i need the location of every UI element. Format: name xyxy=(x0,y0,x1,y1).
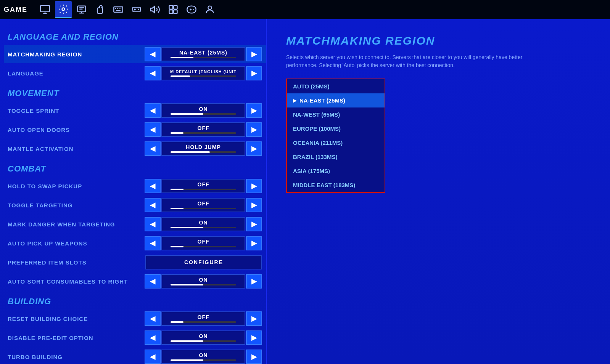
arrow-left-auto-open-doors[interactable]: ◀ xyxy=(145,122,161,137)
label-disable-pre-edit: DISABLE PRE-EDIT OPTION xyxy=(8,335,145,341)
nav-keyboard-icon[interactable] xyxy=(110,1,127,18)
region-item-brazil[interactable]: BRAZIL (133MS) xyxy=(287,150,385,164)
nav-window-icon[interactable] xyxy=(165,1,182,18)
settings-panel: LANGUAGE AND REGION MATCHMAKING REGION ◀… xyxy=(0,19,267,364)
section-movement: MOVEMENT TOGGLE SPRINT ◀ ON ▶ AUTO OPEN … xyxy=(4,83,266,158)
region-description: Selects which server you wish to connect… xyxy=(286,53,523,69)
setting-preferred-item-slots: PREFERRED ITEM SLOTS CONFIGURE xyxy=(4,253,266,271)
svg-point-22 xyxy=(193,9,194,10)
arrow-right-reset-building-choice[interactable]: ▶ xyxy=(246,311,262,326)
value-matchmaking-region: NA-EAST (25MS) xyxy=(161,47,245,61)
arrow-right-mantle-activation[interactable]: ▶ xyxy=(246,141,262,156)
value-language: M DEFAULT (ENGLISH (UNIT xyxy=(161,66,245,80)
region-item-middle-east[interactable]: MIDDLE EAST (183MS) xyxy=(287,178,385,192)
arrow-right-hold-to-swap-pickup[interactable]: ▶ xyxy=(246,179,262,193)
region-item-oceania-label: OCEANIA (211MS) xyxy=(293,140,343,146)
arrow-right-disable-pre-edit[interactable]: ▶ xyxy=(246,330,262,345)
region-item-asia-label: ASIA (175MS) xyxy=(293,168,330,174)
setting-reset-building-choice: RESET BUILDING CHOICE ◀ OFF ▶ xyxy=(4,309,266,328)
arrow-left-hold-to-swap-pickup[interactable]: ◀ xyxy=(145,179,161,193)
arrow-left-language[interactable]: ◀ xyxy=(145,66,161,80)
setting-mark-danger: MARK DANGER WHEN TARGETING ◀ ON ▶ xyxy=(4,215,266,233)
label-auto-pick-up-weapons: AUTO PICK UP WEAPONS xyxy=(8,240,145,247)
label-toggle-targeting: TOGGLE TARGETING xyxy=(8,202,145,208)
arrow-right-auto-sort-consumables[interactable]: ▶ xyxy=(246,274,262,289)
arrow-right-turbo-building[interactable]: ▶ xyxy=(246,350,262,364)
arrow-left-reset-building-choice[interactable]: ◀ xyxy=(145,311,161,326)
svg-rect-0 xyxy=(40,6,49,12)
nav-gamepad-alt-icon[interactable] xyxy=(128,1,145,18)
section-title-combat: COMBAT xyxy=(4,159,266,177)
label-preferred-item-slots: PREFERRED ITEM SLOTS xyxy=(8,259,145,266)
svg-point-23 xyxy=(208,6,211,10)
setting-toggle-targeting: TOGGLE TARGETING ◀ OFF ▶ xyxy=(4,196,266,214)
region-item-na-west-label: NA-WEST (65MS) xyxy=(293,111,340,118)
region-item-na-east[interactable]: ▶ NA-EAST (25MS) xyxy=(287,93,385,107)
value-disable-pre-edit: ON xyxy=(161,330,245,345)
region-title: MATCHMAKING REGION xyxy=(286,34,591,47)
section-language-region: LANGUAGE AND REGION MATCHMAKING REGION ◀… xyxy=(4,27,266,82)
arrow-left-turbo-building[interactable]: ◀ xyxy=(145,350,161,364)
arrow-right-toggle-targeting[interactable]: ▶ xyxy=(246,198,262,212)
label-mark-danger: MARK DANGER WHEN TARGETING xyxy=(8,221,145,228)
region-item-na-west[interactable]: NA-WEST (65MS) xyxy=(287,107,385,122)
nav-display-icon[interactable] xyxy=(73,1,90,18)
arrow-right-auto-pick-up-weapons[interactable]: ▶ xyxy=(246,236,262,250)
value-auto-open-doors: OFF xyxy=(161,122,245,137)
setting-toggle-sprint: TOGGLE SPRINT ◀ ON ▶ xyxy=(4,101,266,120)
section-title-building: BUILDING xyxy=(4,291,266,309)
arrow-right-mark-danger[interactable]: ▶ xyxy=(246,217,262,231)
value-turbo-building: ON xyxy=(161,350,245,364)
nav-gear-icon[interactable] xyxy=(55,1,72,18)
nav-gamepad-icon[interactable] xyxy=(183,1,200,18)
arrow-right-auto-open-doors[interactable]: ▶ xyxy=(246,122,262,137)
value-toggle-sprint: ON xyxy=(161,103,245,118)
label-turbo-building: TURBO BUILDING xyxy=(8,354,145,360)
arrow-left-disable-pre-edit[interactable]: ◀ xyxy=(145,330,161,345)
region-item-auto[interactable]: AUTO (25MS) xyxy=(287,79,385,93)
arrow-left-mantle-activation[interactable]: ◀ xyxy=(145,141,161,156)
main-content: LANGUAGE AND REGION MATCHMAKING REGION ◀… xyxy=(0,19,610,364)
region-item-asia[interactable]: ASIA (175MS) xyxy=(287,164,385,178)
arrow-left-mark-danger[interactable]: ◀ xyxy=(145,217,161,231)
arrow-left-matchmaking-region[interactable]: ◀ xyxy=(145,47,161,61)
label-hold-to-swap-pickup: HOLD TO SWAP PICKUP xyxy=(8,183,145,189)
arrow-left-auto-sort-consumables[interactable]: ◀ xyxy=(145,274,161,289)
label-auto-sort-consumables: AUTO SORT CONSUMABLES TO RIGHT xyxy=(8,278,145,285)
value-auto-pick-up-weapons: OFF xyxy=(161,236,245,250)
arrow-left-auto-pick-up-weapons[interactable]: ◀ xyxy=(145,236,161,250)
arrow-left-toggle-targeting[interactable]: ◀ xyxy=(145,198,161,212)
svg-rect-9 xyxy=(114,7,122,12)
value-mark-danger: ON xyxy=(161,217,245,231)
svg-marker-15 xyxy=(150,6,155,13)
arrow-right-toggle-sprint[interactable]: ▶ xyxy=(246,103,262,118)
control-language: ◀ M DEFAULT (ENGLISH (UNIT ▶ xyxy=(145,66,262,80)
section-title-movement: MOVEMENT xyxy=(4,83,266,101)
nav-user-icon[interactable] xyxy=(201,1,218,18)
region-item-brazil-label: BRAZIL (133MS) xyxy=(293,154,337,160)
svg-point-3 xyxy=(62,8,65,10)
arrow-right-language[interactable]: ▶ xyxy=(246,66,262,80)
setting-disable-pre-edit: DISABLE PRE-EDIT OPTION ◀ ON ▶ xyxy=(4,329,266,347)
value-hold-to-swap-pickup: OFF xyxy=(161,179,245,193)
label-mantle-activation: MANTLE ACTIVATION xyxy=(8,146,145,152)
label-matchmaking-region: MATCHMAKING REGION xyxy=(8,51,145,58)
setting-turbo-building: TURBO BUILDING ◀ ON ▶ xyxy=(4,348,266,364)
region-item-europe-label: EUROPE (100MS) xyxy=(293,125,341,132)
setting-language: LANGUAGE ◀ M DEFAULT (ENGLISH (UNIT ▶ xyxy=(4,64,266,82)
nav-monitor-icon[interactable] xyxy=(37,1,53,18)
configure-button[interactable]: CONFIGURE xyxy=(145,255,262,269)
region-item-middle-east-label: MIDDLE EAST (183MS) xyxy=(293,182,355,188)
region-item-europe[interactable]: EUROPE (100MS) xyxy=(287,122,385,136)
nav-hand-icon[interactable] xyxy=(92,1,108,18)
section-combat: COMBAT HOLD TO SWAP PICKUP ◀ OFF ▶ TOGGL… xyxy=(4,159,266,290)
setting-auto-sort-consumables: AUTO SORT CONSUMABLES TO RIGHT ◀ ON ▶ xyxy=(4,272,266,290)
arrow-left-toggle-sprint[interactable]: ◀ xyxy=(145,103,161,118)
nav-volume-icon[interactable] xyxy=(146,1,163,18)
region-item-oceania[interactable]: OCEANIA (211MS) xyxy=(287,136,385,150)
label-language: LANGUAGE xyxy=(8,70,145,77)
arrow-right-matchmaking-region[interactable]: ▶ xyxy=(246,47,262,61)
setting-mantle-activation: MANTLE ACTIVATION ◀ HOLD JUMP ▶ xyxy=(4,140,266,158)
region-item-auto-label: AUTO (25MS) xyxy=(293,83,330,90)
value-toggle-targeting: OFF xyxy=(161,198,245,212)
